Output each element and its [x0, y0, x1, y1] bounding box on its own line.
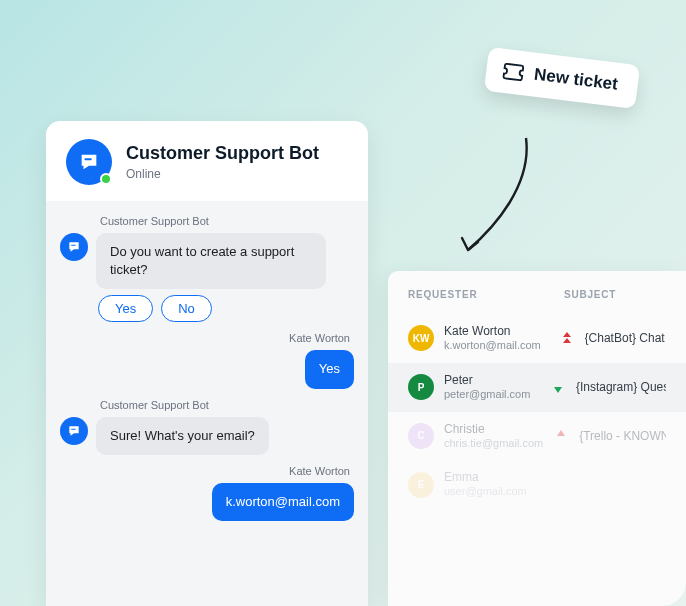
bot-message-bubble: Sure! What's your email? [96, 417, 269, 455]
message-column: Kate Worton Yes [289, 332, 354, 388]
requester-info: Christie chris.tie@gmail.com [444, 422, 543, 451]
bot-avatar [66, 139, 112, 185]
svg-rect-0 [84, 158, 91, 160]
ticket-row[interactable]: KW Kate Worton k.worton@mail.com {ChatBo… [388, 314, 686, 363]
requester-email: chris.tie@gmail.com [444, 437, 543, 451]
requester-email: k.worton@mail.com [444, 339, 549, 353]
message-sender-label: Customer Support Bot [96, 399, 269, 411]
message-column: Kate Worton k.worton@mail.com [212, 465, 354, 521]
requester-name: Christie [444, 422, 543, 437]
requester-avatar: E [408, 472, 434, 498]
ticket-icon [501, 62, 525, 83]
message-group-bot: Customer Support Bot Do you want to crea… [60, 215, 354, 322]
requester-info: Peter peter@gmail.com [444, 373, 540, 402]
message-sender-label: Customer Support Bot [96, 215, 326, 227]
chat-title: Customer Support Bot [126, 143, 319, 165]
ticket-subject: {ChatBot} Chat fo [585, 331, 666, 345]
chat-header: Customer Support Bot Online [46, 121, 368, 201]
column-header-subject: SUBJECT [564, 289, 666, 300]
message-group-user: Kate Worton k.worton@mail.com [60, 465, 354, 521]
ticket-row[interactable]: P Peter peter@gmail.com {Instagram} Ques… [388, 363, 686, 412]
priority-icon-low [550, 380, 566, 394]
ticket-list: REQUESTER SUBJECT KW Kate Worton k.worto… [388, 271, 686, 606]
user-message-bubble: Yes [305, 350, 354, 388]
message-column: Customer Support Bot Sure! What's your e… [96, 399, 269, 455]
requester-avatar: KW [408, 325, 434, 351]
ticket-subject: {Trello - KNOWN ISSU [579, 429, 666, 443]
chatbot-icon [78, 151, 100, 173]
new-ticket-badge[interactable]: New ticket [484, 47, 640, 109]
requester-name: Emma [444, 470, 564, 485]
ticket-row[interactable]: E Emma user@gmail.com [388, 460, 686, 509]
quick-reply-yes[interactable]: Yes [98, 295, 153, 322]
user-message-bubble: k.worton@mail.com [212, 483, 354, 521]
chatbot-icon [67, 240, 81, 254]
status-dot-online [100, 173, 112, 185]
quick-replies: Yes No [96, 295, 326, 322]
requester-info: Emma user@gmail.com [444, 470, 564, 499]
chat-body: Customer Support Bot Do you want to crea… [46, 201, 368, 606]
arrow-icon [454, 134, 542, 264]
requester-email: user@gmail.com [444, 485, 564, 499]
chat-status: Online [126, 167, 319, 181]
chatbot-icon [67, 424, 81, 438]
message-sender-label: Kate Worton [289, 465, 354, 477]
priority-icon-high [553, 429, 569, 443]
requester-avatar: P [408, 374, 434, 400]
requester-email: peter@gmail.com [444, 388, 540, 402]
svg-rect-2 [71, 428, 76, 429]
new-ticket-label: New ticket [533, 65, 619, 95]
requester-name: Kate Worton [444, 324, 549, 339]
message-sender-label: Kate Worton [289, 332, 354, 344]
ticket-list-header: REQUESTER SUBJECT [388, 271, 686, 314]
svg-rect-1 [71, 245, 76, 246]
bot-avatar-small [60, 417, 88, 445]
priority-icon-high [559, 331, 575, 345]
requester-name: Peter [444, 373, 540, 388]
message-group-bot: Customer Support Bot Sure! What's your e… [60, 399, 354, 455]
ticket-subject: {Instagram} Question [576, 380, 666, 394]
column-header-requester: REQUESTER [408, 289, 564, 300]
chat-header-text: Customer Support Bot Online [126, 143, 319, 181]
requester-avatar: C [408, 423, 434, 449]
ticket-row[interactable]: C Christie chris.tie@gmail.com {Trello -… [388, 412, 686, 461]
bot-message-bubble: Do you want to create a support ticket? [96, 233, 326, 289]
message-group-user: Kate Worton Yes [60, 332, 354, 388]
requester-info: Kate Worton k.worton@mail.com [444, 324, 549, 353]
message-column: Customer Support Bot Do you want to crea… [96, 215, 326, 322]
bot-avatar-small [60, 233, 88, 261]
chat-widget: Customer Support Bot Online Customer Sup… [46, 121, 368, 606]
quick-reply-no[interactable]: No [161, 295, 212, 322]
